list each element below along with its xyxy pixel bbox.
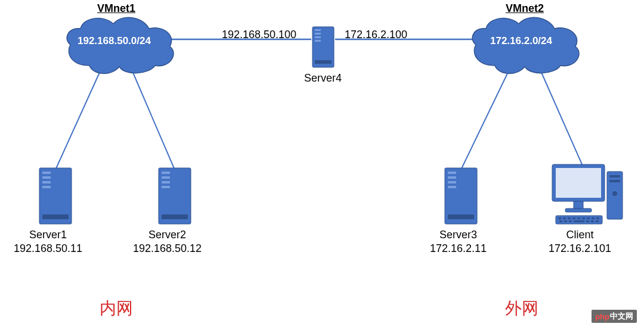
svg-rect-32 [609, 180, 620, 182]
zone-outer: 外网 [505, 298, 538, 319]
svg-rect-21 [162, 181, 170, 183]
svg-rect-48 [559, 220, 562, 222]
svg-rect-8 [315, 33, 321, 35]
zone-inner: 内网 [100, 298, 133, 319]
client-ip: 172.16.2.101 [549, 242, 611, 254]
svg-rect-27 [448, 181, 456, 183]
server3-name: Server3 [439, 229, 477, 241]
svg-line-2 [55, 69, 101, 170]
server2-name: Server2 [148, 229, 186, 241]
client-name: Client [566, 229, 594, 241]
svg-rect-29 [448, 214, 474, 219]
svg-rect-46 [592, 217, 595, 219]
svg-rect-41 [568, 217, 571, 219]
vmnet1-subnet: 192.168.50.0/24 [78, 35, 151, 47]
svg-rect-49 [564, 220, 567, 222]
vmnet1-title: VMnet1 [97, 2, 135, 15]
svg-rect-45 [587, 217, 590, 219]
server1-icon [38, 167, 73, 228]
server1-label: Server1 192.168.50.11 [14, 228, 82, 255]
client-icon [549, 161, 626, 229]
vmnet2-title: VMnet2 [506, 2, 544, 15]
svg-rect-16 [42, 186, 51, 188]
svg-rect-31 [609, 175, 620, 178]
server4-icon [311, 26, 335, 71]
server4-ip-left: 192.168.50.100 [222, 28, 296, 42]
svg-rect-26 [448, 176, 456, 179]
svg-rect-19 [162, 172, 170, 174]
svg-rect-52 [586, 220, 589, 222]
server2-icon [157, 167, 192, 228]
svg-rect-40 [563, 217, 566, 219]
svg-rect-53 [591, 220, 594, 222]
svg-line-3 [131, 69, 175, 170]
svg-rect-35 [556, 168, 601, 198]
watermark-badge: php 中文网 [592, 310, 637, 323]
svg-rect-50 [569, 220, 572, 222]
svg-rect-28 [448, 186, 456, 188]
server1-name: Server1 [29, 229, 67, 241]
svg-point-33 [612, 191, 617, 196]
svg-rect-36 [574, 201, 583, 208]
svg-line-4 [461, 69, 510, 170]
svg-rect-11 [315, 60, 332, 64]
server4-name: Server4 [304, 71, 342, 85]
svg-rect-10 [315, 40, 321, 42]
svg-rect-54 [596, 220, 599, 222]
svg-rect-9 [315, 36, 321, 38]
svg-rect-38 [556, 216, 602, 224]
client-label: Client 172.16.2.101 [549, 228, 611, 255]
svg-rect-22 [162, 186, 170, 188]
watermark-suffix: 中文网 [610, 311, 633, 322]
svg-rect-42 [572, 217, 575, 219]
svg-rect-14 [42, 176, 51, 179]
svg-rect-51 [574, 220, 584, 222]
svg-rect-13 [42, 172, 51, 174]
svg-rect-37 [565, 208, 592, 212]
svg-rect-44 [582, 217, 585, 219]
server3-icon [444, 167, 478, 228]
svg-rect-17 [42, 214, 69, 219]
svg-rect-43 [577, 217, 580, 219]
svg-rect-25 [448, 172, 456, 174]
server2-label: Server2 192.168.50.12 [133, 228, 202, 255]
svg-rect-7 [315, 29, 321, 31]
server1-ip: 192.168.50.11 [14, 242, 82, 254]
server4-ip-right: 172.16.2.100 [345, 28, 407, 42]
svg-rect-39 [558, 217, 561, 219]
server3-label: Server3 172.16.2.11 [430, 228, 487, 255]
watermark-brand: php [595, 312, 609, 321]
svg-rect-47 [596, 217, 599, 219]
svg-rect-20 [162, 176, 170, 179]
server3-ip: 172.16.2.11 [430, 242, 487, 254]
server2-ip: 192.168.50.12 [133, 242, 202, 254]
svg-rect-23 [162, 214, 188, 219]
vmnet2-subnet: 172.16.2.0/24 [490, 35, 552, 47]
svg-rect-15 [42, 181, 51, 183]
svg-line-5 [540, 69, 584, 170]
